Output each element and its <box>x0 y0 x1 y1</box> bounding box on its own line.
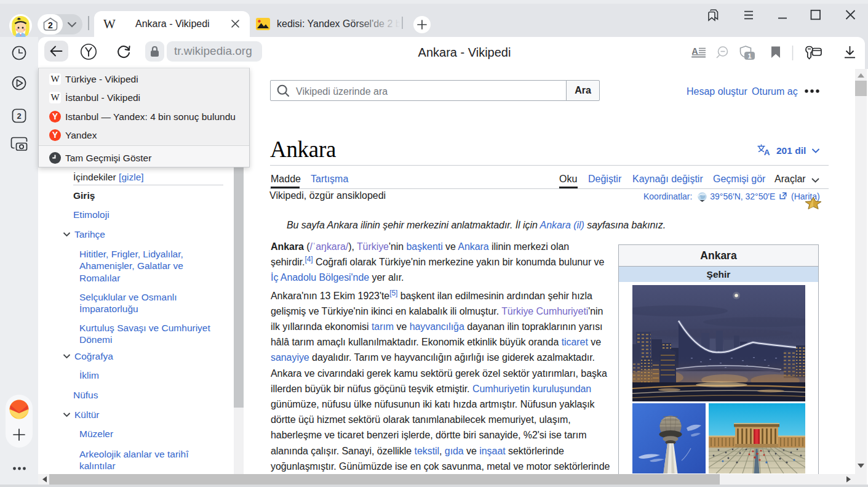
svg-text:2: 2 <box>48 20 53 30</box>
svg-text:A: A <box>764 148 770 156</box>
svg-text:A: A <box>691 46 698 56</box>
svg-text:2: 2 <box>17 111 21 121</box>
svg-text:1: 1 <box>747 52 751 60</box>
